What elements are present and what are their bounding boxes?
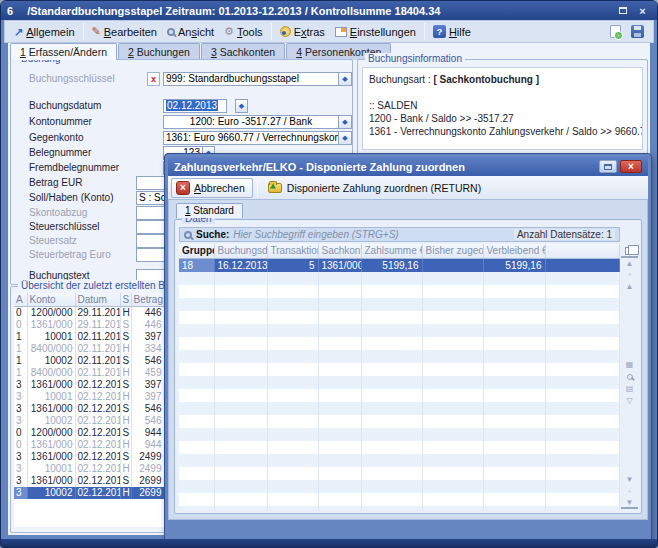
gegenkonto-select[interactable]: 1361: Euro 9660.77 / Verrechnungskonto Z… [163,131,352,145]
clear-button[interactable]: x [147,72,160,86]
table-cell: 1200/000 [27,306,75,319]
table-row[interactable]: 31361/00002.12.2013S397 [14,379,164,391]
search-rows-icon[interactable] [621,371,638,383]
table-cell: H [120,367,131,379]
table-cell: 10002 [27,415,75,427]
menu-ansicht[interactable]: Ansicht [162,24,219,40]
dropdown-icon[interactable]: ◆ [338,73,351,85]
table-cell: 02.12.2013 [75,463,120,475]
col-buchungsdatum[interactable]: Buchungsdatum [214,244,267,258]
tab-buchungen[interactable]: 2 Buchungen [118,43,200,60]
dialog-close-button[interactable]: × [620,160,642,173]
empty-row [179,285,620,298]
table-row[interactable]: 01361/00002.12.2013H944 [14,439,164,451]
menu-hilfe[interactable]: ? Hilfe [428,23,476,40]
table-cell: 02.11.2013 [75,343,120,355]
col-bisher-zugeordnet[interactable]: Bisher zugeordnet [422,244,483,258]
table-cell: H [120,415,131,427]
dropdown-icon[interactable]: ◆ [338,116,351,128]
buchungsart-value: [ Sachkontobuchung ] [434,74,540,85]
menu-extras-label: Extras [294,26,325,38]
scroll-bottom-icon[interactable]: ▼ [621,497,638,509]
uebersicht-table: A Konto Datum S Betrag € 01200/00029.11.… [14,293,164,499]
table-row[interactable]: 01200/00002.12.2013S944 [14,427,164,439]
col-gruppe[interactable]: Gruppe [179,244,214,258]
col-sachkonto[interactable]: Sachkonto [318,244,361,258]
menu-bearbeiten-label: Bearbeiten [104,26,157,38]
buchungsdatum-spinner[interactable]: ◆ [235,99,248,113]
col-transaktion[interactable]: Transaktion [267,244,318,258]
table-cell: 459 [131,367,164,379]
move-down-icon[interactable]: + [621,485,638,497]
table-row[interactable]: 31000202.12.2013H546 [14,415,164,427]
page-up-icon[interactable]: ▲ [621,280,638,292]
tab-sachkonten[interactable]: 3 Sachkonten [201,43,285,60]
table-row[interactable]: 11000102.11.2013S397 [14,331,164,343]
arrow-ne-icon: ↗ [14,27,23,37]
search-bar[interactable]: Suche: Hier Suchbegriff eingeben (STRG+S… [179,227,620,242]
col-verbleibend[interactable]: Verbleibend € [483,244,545,258]
table-cell: 02.11.2013 [75,331,120,343]
table-row[interactable]: 31000202.12.2013H2699 [14,487,164,499]
restore-button[interactable] [614,4,631,17]
table-cell: 3 [14,415,27,427]
save-button[interactable] [626,23,649,40]
search-icon [184,231,192,239]
scroll-top-icon[interactable]: ▲ [621,256,638,268]
daten-group: Daten Suche: Hier Suchbegriff eingeben (… [174,219,642,514]
kontonummer-select[interactable]: 1200: Euro -3517.27 / Bank ◆ [163,115,352,129]
table-row[interactable]: 31361/00002.12.2013S2699 [14,475,164,487]
empty-row [179,454,620,467]
filter-icon[interactable]: ▽ [621,395,638,407]
details-icon[interactable]: ▤ [621,383,638,395]
dropdown-icon[interactable]: ◆ [338,132,351,144]
copy-icon[interactable] [621,244,638,256]
table-cell: 944 [131,439,164,451]
table-row[interactable]: 31000102.12.2013H2499 [14,463,164,475]
close-button[interactable]: × [634,4,651,17]
col-datum[interactable]: Datum [75,293,120,306]
buchungsschluessel-select[interactable]: 999: Standardbuchungsstapel ◆ [163,72,352,86]
table-row[interactable]: 1816.12.2013 /Mo51361/0005199,165199,16 [179,258,620,272]
cancel-button[interactable]: × Abbrechen [171,178,253,198]
col-betrag[interactable]: Betrag € [131,293,164,306]
table-cell: 1 [14,343,27,355]
dialog-tab-standard[interactable]: 1 Standard [176,203,243,218]
table-row[interactable]: 31000102.12.2013H397 [14,391,164,403]
table-cell: 5199,16 [483,258,545,272]
column-chooser-icon[interactable]: ▦ [621,359,638,371]
menu-einstellungen[interactable]: Einstellungen [330,24,421,40]
tab-erfassen-aendern[interactable]: 1 Erfassen/Ändern [10,43,117,60]
empty-row [179,402,620,415]
empty-row [179,363,620,376]
col-a[interactable]: A [14,293,27,306]
empty-row [179,493,620,506]
menu-extras[interactable]: Extras [275,24,330,40]
table-cell: H [120,306,131,319]
col-konto[interactable]: Konto [27,293,75,306]
page-down-icon[interactable]: ▼ [621,473,638,485]
steuerbetrag-label: Steuerbetrag Euro [29,249,111,260]
table-row[interactable]: 18400/00002.11.2013H334 [14,343,164,355]
window-number: 6 [7,5,13,17]
row-buchungsschluessel: Buchungsschlüssel x 999: Standardbuchung… [11,72,352,87]
table-cell: 29.11.2013 [75,306,120,319]
table-cell: 3 [14,403,27,415]
table-row[interactable]: 31361/00002.12.2013S2499 [14,451,164,463]
table-row[interactable]: 01200/00029.11.2013H446 [14,306,164,319]
table-row[interactable]: 01361/00029.11.2013S446 [14,319,164,331]
table-cell: H [120,391,131,403]
table-row[interactable]: 18400/00002.11.2013H459 [14,367,164,379]
col-zahlsumme[interactable]: Zahlsumme € [361,244,422,258]
table-row[interactable]: 11000202.11.2013S546 [14,355,164,367]
col-s[interactable]: S [120,293,131,306]
move-up-icon[interactable]: + [621,268,638,280]
assign-button[interactable]: Disponierte Zahlung zuordnen (RETURN) [262,180,487,196]
new-document-button[interactable] [605,23,626,40]
menu-tools[interactable]: ⚙ Tools [219,24,268,40]
dialog-restore-button[interactable] [599,160,617,173]
buchungsdatum-input[interactable]: 02.12.2013 [163,99,227,113]
table-row[interactable]: 31361/00002.12.2013S546 [14,403,164,415]
menu-bearbeiten[interactable]: ✎ Bearbeiten [87,24,162,40]
menu-allgemein[interactable]: ↗ Allgemein [9,24,80,40]
